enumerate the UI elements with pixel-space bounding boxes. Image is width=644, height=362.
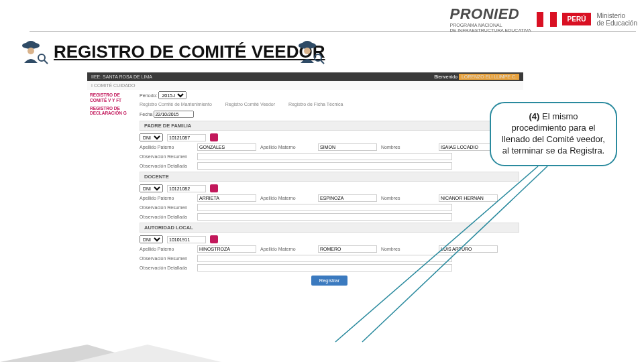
ss-welcome: Bienvenido <box>434 74 458 79</box>
nombres-input[interactable] <box>439 245 498 253</box>
nombres-input[interactable] <box>439 194 498 202</box>
fecha-label: Fecha <box>140 112 152 117</box>
ss-topbar: IIEE: SANTA ROSA DE LIMA Bienvenido LORE… <box>87 72 523 81</box>
ap-materno-label: Apellido Materno <box>260 196 314 200</box>
search-icon[interactable] <box>210 184 218 192</box>
obs-resumen-input[interactable] <box>197 255 452 262</box>
svg-point-1 <box>26 41 36 46</box>
svg-point-2 <box>28 48 34 54</box>
detective-icon <box>20 39 48 64</box>
nombres-input[interactable] <box>439 143 498 151</box>
periodo-label: Período: <box>140 93 157 98</box>
obs-resumen-input[interactable] <box>197 204 452 211</box>
registrar-button[interactable]: Registrar <box>311 276 347 286</box>
ministerio-label: Ministerio de Educación <box>596 12 637 27</box>
nombres-label: Nombres <box>381 145 435 149</box>
ap-paterno-input[interactable] <box>197 194 256 202</box>
ap-materno-label: Apellido Materno <box>260 247 314 251</box>
ss-main-panel: Período: 2015-I Registro Comité de Mante… <box>136 90 523 287</box>
ap-paterno-label: Apellido Paterno <box>140 247 193 251</box>
app-screenshot: IIEE: SANTA ROSA DE LIMA Bienvenido LORE… <box>87 72 523 347</box>
tab-ficha-tecnica[interactable]: Registro de Ficha Técnica <box>288 102 343 107</box>
doc-type-select[interactable]: DNI <box>140 133 163 141</box>
section-header-docente: DOCENTE <box>140 172 519 182</box>
doc-type-select[interactable]: DNI <box>140 235 163 243</box>
periodo-select[interactable]: 2015-I <box>158 91 186 99</box>
footer-decoration <box>0 345 644 362</box>
header-divider <box>30 31 636 32</box>
slide-title: REGISTRO DE COMITÉ VEEDOR <box>54 42 325 62</box>
pronied-logo: PRONIED PROGRAMA NACIONAL DE INFRAESTRUC… <box>450 5 531 33</box>
ap-materno-input[interactable] <box>318 194 377 202</box>
sidebar-item-declaracion[interactable]: REGISTRO DE DECLARACIÓN G <box>90 106 133 117</box>
obs-detallada-label: Observación Detallada <box>140 265 193 270</box>
obs-resumen-label: Observación Resumen <box>140 154 193 159</box>
ap-materno-input[interactable] <box>318 143 377 151</box>
peru-flag-icon <box>537 12 557 27</box>
obs-detallada-input[interactable] <box>197 213 452 221</box>
pronied-subtitle: PROGRAMA NACIONAL DE INFRAESTRUCTURA EDU… <box>450 23 531 33</box>
header-branding: PRONIED PROGRAMA NACIONAL DE INFRAESTRUC… <box>450 5 638 33</box>
callout-text: El mismo procedimiento para el llenado d… <box>502 111 605 156</box>
ap-materno-label: Apellido Materno <box>260 145 314 149</box>
ap-paterno-label: Apellido Paterno <box>140 145 193 149</box>
obs-detallada-label: Observación Detallada <box>140 164 193 168</box>
obs-detallada-label: Observación Detallada <box>140 215 193 219</box>
sidebar-item-comite[interactable]: REGISTRO DE COMITÉ V Y FT <box>90 93 133 103</box>
svg-line-9 <box>321 60 324 64</box>
section-header-autoridad: AUTORIDAD LOCAL <box>140 223 519 233</box>
nombres-label: Nombres <box>381 247 435 251</box>
dni-input[interactable] <box>167 185 206 192</box>
pronied-wordmark: PRONIED <box>450 5 531 23</box>
svg-point-8 <box>315 54 321 61</box>
dni-input[interactable] <box>167 134 206 141</box>
dni-input[interactable] <box>167 236 206 243</box>
svg-line-4 <box>44 60 48 64</box>
ap-materno-input[interactable] <box>318 245 377 253</box>
obs-resumen-input[interactable] <box>197 153 452 160</box>
fecha-input[interactable] <box>154 111 194 118</box>
ss-user-badge: LORENZO ELI LLIMPE C. <box>459 74 519 80</box>
tab-comite-mant[interactable]: Registro Comité de Mantenimiento <box>140 102 212 107</box>
callout-step: (4) <box>529 111 540 121</box>
ap-paterno-input[interactable] <box>197 245 256 253</box>
svg-point-7 <box>304 48 311 54</box>
ss-sidebar: REGISTRO DE COMITÉ V Y FT REGISTRO DE DE… <box>87 90 136 287</box>
svg-point-6 <box>303 41 312 46</box>
search-icon[interactable] <box>210 235 218 243</box>
obs-resumen-label: Observación Resumen <box>140 205 193 210</box>
svg-point-3 <box>38 54 45 61</box>
obs-detallada-input[interactable] <box>197 162 452 170</box>
peru-label: PERÚ <box>562 13 592 25</box>
section-header-padre: PADRE DE FAMILIA <box>140 121 519 131</box>
ss-tabs: Registro Comité de Mantenimiento Registr… <box>140 102 519 107</box>
doc-type-select[interactable]: DNI <box>140 184 163 192</box>
ap-paterno-label: Apellido Paterno <box>140 196 193 200</box>
detective-icon <box>297 39 325 64</box>
obs-resumen-label: Observación Resumen <box>140 256 193 261</box>
obs-detallada-input[interactable] <box>197 264 452 272</box>
ss-module-tab: I COMITÉ CUIDADO <box>87 81 523 90</box>
instruction-callout: (4) El mismo procedimiento para el llena… <box>490 102 617 166</box>
search-icon[interactable] <box>210 133 218 141</box>
ap-paterno-input[interactable] <box>197 143 256 151</box>
ss-school-name: IIEE: SANTA ROSA DE LIMA <box>91 74 152 79</box>
nombres-label: Nombres <box>381 196 435 200</box>
tab-comite-veedor[interactable]: Registro Comité Veedor <box>225 102 275 107</box>
